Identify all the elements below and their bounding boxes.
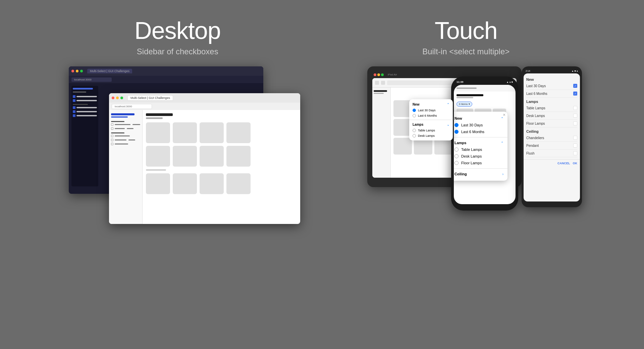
android-item-floorlamps[interactable]: Floor Lamps bbox=[526, 120, 577, 127]
popover-item-desklamps[interactable]: Desk Lamps bbox=[454, 153, 507, 160]
address-text-front[interactable]: localhost:3000 bbox=[112, 104, 152, 109]
header-row: Desktop Sidebar of checkboxes Touch Buil… bbox=[0, 0, 644, 63]
sl-check-4[interactable] bbox=[111, 139, 113, 141]
android-cancel-button[interactable]: CANCEL bbox=[557, 162, 570, 165]
sidebar-check-4[interactable] bbox=[73, 110, 75, 113]
dropdown-last30-label: Last 30 Days bbox=[418, 109, 436, 112]
android-check-chandeliers[interactable] bbox=[573, 136, 577, 140]
sidebar-check-3[interactable] bbox=[73, 106, 75, 109]
android-check-floorlamps[interactable] bbox=[573, 121, 577, 125]
grid-cell-9 bbox=[146, 173, 170, 194]
sidebar-check-5[interactable] bbox=[73, 114, 75, 117]
android-check-last6[interactable]: ✓ bbox=[573, 92, 577, 96]
popover-item-last6[interactable]: Last 6 Months bbox=[454, 128, 507, 135]
android-check-flush[interactable] bbox=[573, 151, 577, 155]
popover-lamps-chevron: ⌃ bbox=[501, 141, 503, 145]
sl-line-4 bbox=[115, 139, 126, 140]
desktop-subtitle: Sidebar of checkboxes bbox=[135, 47, 221, 56]
android-item-desklamps[interactable]: Desk Lamps bbox=[526, 112, 577, 120]
android-item-pendant-label: Pendant bbox=[526, 144, 539, 148]
dropdown-lamps-label: Lamps bbox=[413, 123, 423, 126]
ipad-nav-back[interactable] bbox=[375, 81, 379, 85]
ipad-dots bbox=[374, 73, 384, 76]
sidebar-dark bbox=[71, 86, 98, 186]
window-maximize-dot bbox=[80, 70, 83, 72]
window-close-dot bbox=[71, 70, 74, 72]
android-check-pendant[interactable] bbox=[573, 143, 577, 148]
android-check-last30[interactable]: ✓ bbox=[573, 84, 577, 88]
window-minimize-dot-front bbox=[116, 97, 119, 99]
browser-tab-label-back[interactable]: Multi-Select | GUI Challenges bbox=[87, 69, 132, 73]
touch-header: Touch Built-in <select multiple> bbox=[422, 17, 509, 56]
popover-item-tablelamps[interactable]: Table Lamps bbox=[454, 146, 507, 153]
grid-cell-10 bbox=[173, 173, 197, 194]
android-check-desklamps[interactable] bbox=[573, 114, 577, 118]
browser-window-front: Multi-Select | GUI Challenges localhost:… bbox=[109, 93, 300, 224]
grid-cell-8 bbox=[226, 146, 251, 167]
sidebar-header-line bbox=[73, 88, 93, 90]
sidebar-check-1[interactable] bbox=[73, 95, 75, 98]
popover-floorlamps-label: Floor Lamps bbox=[461, 161, 482, 165]
iphone-badge-arrow: ▾ bbox=[469, 103, 470, 106]
ipad-nav-forward[interactable] bbox=[381, 81, 385, 85]
android-item-flush[interactable]: Flush bbox=[526, 150, 577, 157]
dropdown-item-last30[interactable]: Last 30 Days bbox=[409, 108, 453, 113]
sidebar-line-5 bbox=[76, 115, 97, 116]
android-item-last6[interactable]: Last 6 Months ✓ bbox=[526, 90, 577, 98]
android-item-pendant[interactable]: Pendant bbox=[526, 142, 577, 150]
dropdown-tablelamps-label: Table Lamps bbox=[418, 129, 435, 132]
android-container: 2:14 ▲ ■ ● New Last 30 Days ✓ Last 6 bbox=[522, 66, 582, 207]
popover-new-chevron: ⌃ bbox=[501, 117, 503, 120]
android-item-chandeliers[interactable]: Chandeliers bbox=[526, 134, 577, 142]
android-ok-button[interactable]: OK bbox=[573, 162, 578, 165]
dropdown-new-header[interactable]: New ⌃ bbox=[409, 101, 453, 108]
address-text-back[interactable]: localhost:3000 bbox=[71, 77, 112, 82]
android-item-chandeliers-label: Chandeliers bbox=[526, 136, 544, 140]
popover-new-header[interactable]: New ⌃ bbox=[454, 115, 507, 122]
popover-item-last30[interactable]: Last 30 Days bbox=[454, 122, 507, 128]
dropdown-new-label: New bbox=[413, 103, 420, 106]
android-item-last30[interactable]: Last 30 Days ✓ bbox=[526, 82, 577, 90]
iphone-filter-badge[interactable]: 3 Items ▾ bbox=[457, 102, 472, 107]
desktop-section: Multi-Select | GUI Challenges localhost:… bbox=[69, 66, 283, 231]
sidebar-line-4 bbox=[76, 111, 97, 112]
ipad-top-bar: iPad Air bbox=[372, 73, 517, 76]
dropdown-lamps-chevron: ⌄ bbox=[447, 123, 449, 126]
popover-new-label: New bbox=[454, 116, 462, 120]
sidebar-item-2 bbox=[73, 99, 97, 102]
iphone-screen: 3 Items ▾ bbox=[454, 85, 516, 204]
popover-section-lamps: Lamps ⌃ Table Lamps Desk Lamps bbox=[454, 139, 507, 167]
popover-lamps-header[interactable]: Lamps ⌃ bbox=[454, 139, 507, 146]
iphone-frame: 11:39 ▲ ● ■ 3 Items ▾ bbox=[451, 76, 518, 211]
browser-tab-bar-back: Multi-Select | GUI Challenges bbox=[69, 66, 263, 76]
iphone-badge-label: 3 Items bbox=[459, 103, 468, 106]
sidebar-check-2[interactable] bbox=[73, 99, 75, 102]
sidebar-item-5 bbox=[73, 114, 97, 117]
android-screen: New Last 30 Days ✓ Last 6 Months ✓ bbox=[524, 73, 580, 201]
dropdown-item-last6[interactable]: Last 6 Months bbox=[409, 113, 453, 118]
popover-item-floorlamps[interactable]: Floor Lamps bbox=[454, 160, 507, 166]
android-item-tablelamps[interactable]: Table Lamps bbox=[526, 104, 577, 112]
android-check-tablelamps[interactable] bbox=[573, 106, 577, 110]
popover-close-icon[interactable]: ✕ bbox=[503, 113, 505, 117]
dropdown-item-desklamps[interactable]: Desk Lamps bbox=[409, 133, 453, 138]
desktop-header: Desktop Sidebar of checkboxes bbox=[135, 17, 221, 56]
sl-line-2b bbox=[127, 128, 133, 129]
grid-cell-3 bbox=[200, 122, 224, 143]
dropdown-item-tablelamps[interactable]: Table Lamps bbox=[409, 128, 453, 133]
ipad-dot-green bbox=[381, 73, 384, 76]
popover-ceiling-header[interactable]: Ceiling › bbox=[454, 171, 507, 177]
iphone-time: 11:39 bbox=[457, 80, 463, 83]
sl-check-2[interactable] bbox=[111, 127, 113, 130]
sl-check-1[interactable] bbox=[111, 123, 113, 126]
sl-check-5[interactable] bbox=[111, 143, 113, 145]
popover-radio-tablelamps bbox=[454, 148, 459, 152]
dropdown-lamps-header[interactable]: Lamps ⌄ bbox=[409, 121, 453, 128]
ipad-cell-7 bbox=[393, 138, 412, 155]
grid-cell-7 bbox=[200, 146, 224, 167]
grid-cell-6 bbox=[173, 146, 197, 167]
browser-tab-label-front[interactable]: Multi-Select | GUI Challenges bbox=[127, 95, 173, 101]
sl-check-3[interactable] bbox=[111, 135, 113, 137]
popover-ceiling-label: Ceiling bbox=[454, 172, 467, 176]
popover-divider-1 bbox=[454, 137, 507, 137]
